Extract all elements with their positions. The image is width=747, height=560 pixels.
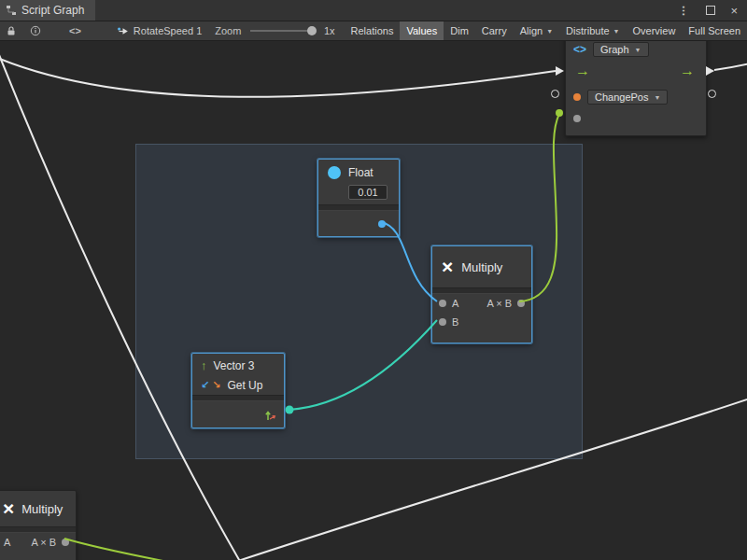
relations-button[interactable]: Relations <box>345 21 401 40</box>
node-divider <box>192 395 284 401</box>
window-menu-icon[interactable]: … <box>680 6 693 16</box>
node-float[interactable]: Float 0.01 <box>317 159 400 237</box>
node-divider <box>432 287 531 294</box>
info-icon[interactable] <box>30 25 41 36</box>
multiply-output-port[interactable] <box>517 300 525 307</box>
graph-dropdown[interactable]: Graph ▼ <box>593 42 649 57</box>
code-icon[interactable]: <> <box>69 25 81 36</box>
changepos-dropdown[interactable]: ChangePos ▼ <box>587 90 668 105</box>
unconnected-port-left[interactable] <box>551 90 559 98</box>
input-a-label: A <box>452 298 458 309</box>
node-graph-io[interactable]: <> Graph ▼ → → ChangePos ▼ <box>565 41 707 136</box>
output-label: A × B <box>486 298 512 309</box>
window-title: Script Graph <box>21 4 84 17</box>
script-graph-window: Script Graph … × <> <box>0 0 747 560</box>
fullscreen-button[interactable]: Full Screen <box>682 21 747 40</box>
float-node-title: Float <box>348 166 374 179</box>
fullscreen-label: Full Screen <box>688 25 740 36</box>
node-multiply-partial[interactable]: × Multiply A A × B <box>0 490 77 560</box>
changepos-dropdown-label: ChangePos <box>595 91 649 103</box>
zoom-label: Zoom <box>215 25 241 36</box>
dropdown-caret-icon: ▼ <box>613 28 620 35</box>
multiply-icon: × <box>442 258 453 276</box>
zoom-slider-handle[interactable] <box>307 26 317 35</box>
wire-white-right-stub[interactable] <box>714 63 747 70</box>
dim-button[interactable]: Dim <box>444 21 475 40</box>
vector3-output-type-icon <box>264 409 276 421</box>
flow-output-arrow-icon[interactable]: → <box>680 63 695 79</box>
float-output-port[interactable] <box>378 220 386 228</box>
graph-io-value-port[interactable] <box>573 115 581 122</box>
float-value-input[interactable]: 0.01 <box>348 185 388 200</box>
multiply-input-b-port[interactable] <box>439 318 446 326</box>
unconnected-port-right[interactable] <box>708 90 716 98</box>
arrow-down-left-icon: ↙ <box>201 379 209 391</box>
close-icon[interactable]: × <box>730 4 738 18</box>
script-graph-icon <box>6 5 17 16</box>
values-button[interactable]: Values <box>400 21 444 40</box>
dim-label: Dim <box>450 25 469 36</box>
overview-button[interactable]: Overview <box>627 21 683 40</box>
relations-label: Relations <box>351 25 394 36</box>
graph-dropdown-label: Graph <box>600 44 629 55</box>
input-b-label: B <box>452 316 458 328</box>
toolbar: <> RotateSpeed 1 Zoom 1x Relations Value… <box>0 21 747 41</box>
multiply-partial-title: Multiply <box>21 502 63 516</box>
vector3-up-icon: ↑ <box>201 358 207 372</box>
distribute-label: Distribute <box>566 25 609 36</box>
flow-connection-arrow-left[interactable] <box>556 66 564 76</box>
get-up-title: Get Up <box>227 379 262 392</box>
graph-canvas[interactable]: Float 0.01 × Multiply A A × B <box>0 41 747 560</box>
float-type-icon <box>328 166 341 179</box>
multiply-partial-output-port[interactable] <box>62 539 69 546</box>
flow-connection-arrow-right[interactable] <box>706 66 714 76</box>
overview-label: Overview <box>633 25 676 36</box>
graph-io-connection-dot[interactable] <box>556 109 563 117</box>
zoom-value: 1x <box>324 25 335 36</box>
flow-input-arrow-icon[interactable]: → <box>575 63 590 79</box>
zoom-slider[interactable] <box>250 30 315 32</box>
dropdown-caret-icon: ▼ <box>635 47 641 53</box>
distribute-dropdown-button[interactable]: Distribute ▼ <box>559 21 626 40</box>
graph-code-icon: <> <box>573 43 586 56</box>
changepos-input-port[interactable] <box>573 93 581 101</box>
input-a-label: A <box>4 537 10 548</box>
dropdown-caret-icon: ▼ <box>546 28 553 35</box>
wire-white-top[interactable] <box>0 54 556 97</box>
node-get-up[interactable]: ↑ Vector 3 ↙ ↘ Get Up <box>191 353 285 428</box>
vector3-type-label: Vector 3 <box>214 359 255 372</box>
dropdown-caret-icon: ▼ <box>655 94 661 101</box>
tab-script-graph[interactable]: Script Graph <box>0 0 95 21</box>
align-dropdown-button[interactable]: Align ▼ <box>514 21 559 40</box>
script-graph-asset-icon <box>117 26 129 36</box>
carry-button[interactable]: Carry <box>475 21 514 40</box>
node-divider <box>0 526 76 533</box>
output-label: A × B <box>31 537 56 548</box>
maximize-icon[interactable] <box>706 6 715 15</box>
arrow-down-right-icon: ↘ <box>212 379 220 391</box>
multiply-icon: × <box>3 499 14 518</box>
multiply-node-title: Multiply <box>461 260 502 274</box>
node-multiply[interactable]: × Multiply A A × B B <box>431 245 532 343</box>
titlebar: Script Graph … × <box>0 0 747 21</box>
multiply-input-a-port[interactable] <box>439 300 446 307</box>
align-label: Align <box>520 25 543 36</box>
carry-label: Carry <box>482 25 507 36</box>
values-label: Values <box>406 25 437 36</box>
graph-name-label: RotateSpeed 1 <box>134 25 202 36</box>
graph-breadcrumb[interactable]: RotateSpeed 1 <box>117 25 202 36</box>
lock-icon[interactable] <box>6 25 17 36</box>
wire-multiply-partial-output[interactable] <box>64 539 187 560</box>
node-divider <box>318 204 399 211</box>
